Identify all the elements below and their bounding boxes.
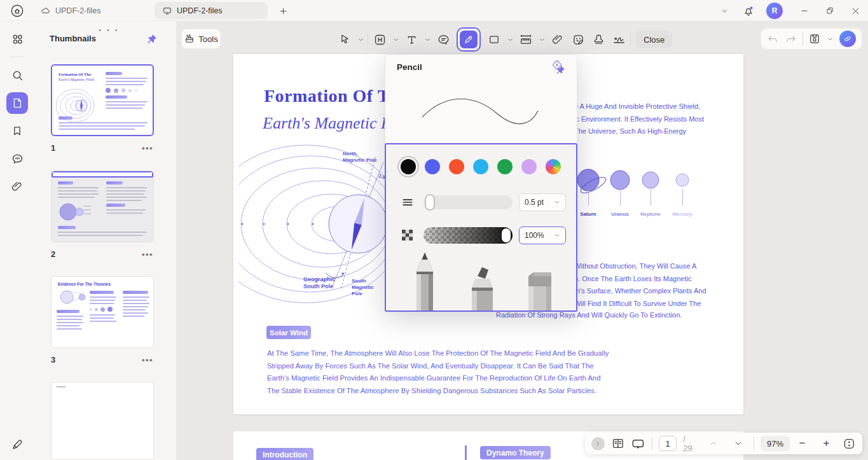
avatar[interactable]: R [766, 3, 783, 19]
planet-tick [588, 189, 589, 206]
pen-type-eraser[interactable] [525, 271, 555, 310]
sticker-tool-button[interactable] [569, 31, 587, 48]
thumbnail-1-menu[interactable]: ••• [142, 146, 156, 155]
notifications-button[interactable] [740, 3, 757, 19]
pencil-panel-body: 0.5 pt 100% [385, 143, 577, 312]
tab-active-file[interactable]: UPDF-2-files [155, 2, 268, 19]
undo-icon[interactable] [767, 33, 779, 45]
attachments-button[interactable] [6, 176, 28, 197]
comment-tool-button[interactable] [434, 31, 452, 48]
highlight-tool-dropdown[interactable] [391, 31, 400, 48]
color-swatch-purple[interactable] [521, 159, 537, 174]
zoom-level-input[interactable]: 97% [761, 436, 789, 451]
pin-panel-button[interactable] [146, 32, 160, 46]
presentation-mode-icon[interactable] [631, 436, 645, 451]
restore-button[interactable] [822, 3, 838, 19]
collapse-statusbar-button[interactable] [591, 437, 605, 450]
thumbnail-1-number: 1 [51, 143, 55, 153]
close-toolbar-button[interactable]: Close [636, 31, 672, 48]
close-window-button[interactable] [847, 3, 864, 19]
bookmarks-button[interactable] [6, 120, 28, 142]
viewport-indicator[interactable] [52, 171, 153, 178]
color-swatch-blue[interactable] [425, 159, 440, 174]
color-swatch-cyan[interactable] [473, 159, 488, 174]
color-swatch-black[interactable] [401, 159, 416, 174]
select-tool-dropdown[interactable] [356, 31, 365, 48]
thumb1-right-column [106, 72, 149, 111]
thumb2-diagram [58, 201, 93, 223]
measure-tool-dropdown[interactable] [537, 31, 546, 48]
stamp-icon [592, 33, 605, 46]
opacity-slider[interactable] [424, 227, 513, 244]
thickness-icon [401, 196, 414, 209]
color-swatch-custom[interactable] [546, 159, 561, 174]
fit-page-icon[interactable] [843, 437, 856, 450]
stamp-tool-button[interactable] [589, 31, 607, 48]
text-tool-dropdown[interactable] [423, 31, 432, 48]
home-button[interactable] [9, 3, 25, 19]
ai-assistant-button[interactable] [839, 31, 856, 47]
highlight-tool-button[interactable] [371, 31, 389, 48]
thumbnail-page-2[interactable] [51, 171, 154, 242]
previous-page-icon[interactable] [708, 438, 719, 449]
pencil-tool-button-active[interactable] [457, 27, 481, 52]
color-swatch-green[interactable] [497, 159, 513, 174]
save-icon[interactable] [808, 32, 821, 45]
thumbnail-3-number: 3 [51, 355, 55, 365]
pin-pencil-panel-button[interactable] [550, 60, 567, 76]
page-number-input[interactable] [659, 436, 677, 451]
thickness-slider-handle[interactable] [425, 194, 435, 211]
thickness-dropdown[interactable]: 0.5 pt [519, 193, 566, 211]
titlebar-dropdown-button[interactable] [716, 3, 733, 19]
attach-file-button[interactable] [549, 31, 567, 48]
shape-tool-button[interactable] [485, 31, 503, 48]
chevron-down-icon [720, 7, 729, 15]
measure-tool-button[interactable] [517, 31, 535, 48]
cursor-icon [338, 33, 351, 46]
thumb4-mark [57, 386, 65, 387]
select-tool-button[interactable] [336, 31, 354, 48]
planets-row [570, 162, 704, 200]
tab-cloud-file[interactable]: UPDF-2-files [33, 2, 109, 19]
color-swatch-red[interactable] [449, 159, 464, 174]
text-tool-button[interactable] [403, 31, 420, 48]
pin-add-icon [550, 60, 567, 76]
save-dropdown-chevron-icon[interactable] [827, 36, 834, 43]
thumbnail-3-menu[interactable]: ••• [142, 358, 156, 366]
zoom-in-button[interactable]: + [820, 437, 832, 450]
thumbnail-page-4[interactable] [51, 382, 154, 460]
pen-type-pencil[interactable] [411, 251, 438, 310]
pen-mode-button[interactable] [6, 433, 28, 455]
diagram-label-geographic: Geographic South Pole [303, 276, 335, 290]
signature-tool-button[interactable] [610, 31, 628, 48]
monitor-icon [162, 6, 172, 16]
redo-icon[interactable] [785, 33, 797, 45]
panel-drag-handle[interactable]: • • • [99, 26, 120, 34]
thickness-slider[interactable] [424, 195, 513, 209]
tools-button-label: Tools [198, 34, 217, 44]
new-tab-button[interactable] [275, 3, 291, 19]
apps-grid-button[interactable] [6, 28, 28, 50]
next-page-icon[interactable] [733, 438, 743, 449]
comments-button[interactable] [6, 148, 28, 169]
pencil-panel-header: Pencil [385, 54, 577, 143]
page2-divider-line [465, 445, 467, 460]
tools-button[interactable]: Tools [181, 29, 221, 49]
diagram-label-south: South Magnetic Pole [352, 278, 374, 297]
search-button[interactable] [6, 64, 28, 86]
planet-tick [682, 189, 683, 206]
thumbnail-page-1[interactable]: Formation Of The Earth's Magnetic Field [51, 64, 154, 136]
minimize-icon [800, 6, 809, 15]
shape-tool-dropdown[interactable] [506, 31, 514, 48]
opacity-slider-handle[interactable] [502, 228, 511, 242]
minimize-button[interactable] [796, 3, 813, 19]
thumb1-bottom-block [59, 116, 149, 132]
reading-view-icon[interactable] [611, 436, 625, 450]
zoom-out-button[interactable]: − [796, 437, 809, 450]
thumbnails-panel-button[interactable] [6, 92, 28, 114]
thumbnail-2-menu[interactable]: ••• [142, 252, 156, 261]
paperclip-icon [11, 180, 24, 193]
opacity-dropdown[interactable]: 100% [519, 227, 566, 244]
thumbnail-page-3[interactable]: Evidence For The Theories [51, 276, 154, 348]
pen-type-marker[interactable] [465, 267, 500, 310]
